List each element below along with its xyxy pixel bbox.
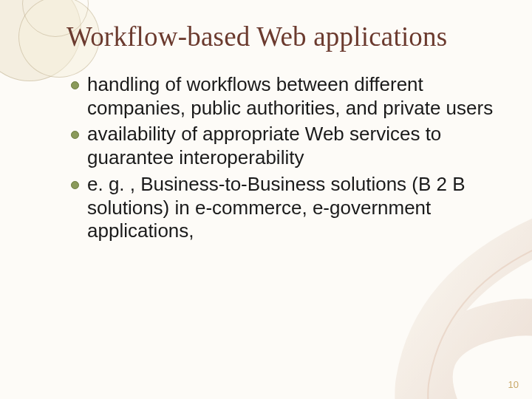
slide-title: Workflow-based Web applications [66, 21, 495, 52]
page-number: 10 [508, 379, 519, 390]
bullet-list: handling of workflows between different … [66, 73, 495, 243]
slide-content: Workflow-based Web applications handling… [0, 0, 532, 399]
bullet-item: e. g. , Business-to-Business solutions (… [87, 173, 495, 243]
bullet-item: availability of appropriate Web services… [87, 123, 495, 169]
bullet-item: handling of workflows between different … [87, 73, 495, 120]
